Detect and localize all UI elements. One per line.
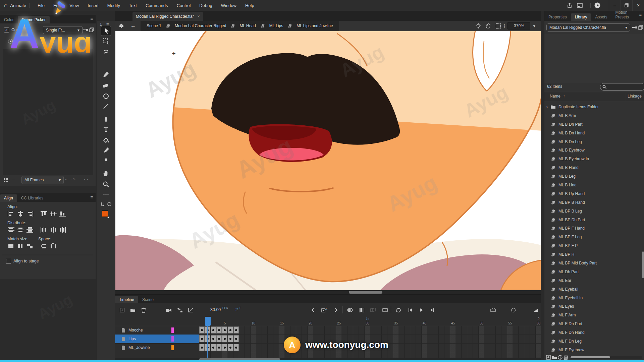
zoom-tool[interactable] [101, 180, 111, 189]
breadcrumb-item[interactable]: Modan Lal Character Rigged [172, 23, 229, 28]
close-tab-icon[interactable]: × [197, 14, 200, 19]
onion-skin-icon[interactable] [345, 303, 355, 317]
tab-align[interactable]: Align [0, 194, 17, 202]
tab-properties[interactable]: Properties [544, 13, 571, 21]
fps-value[interactable]: 30.00 [210, 307, 221, 312]
match-width-height-icon[interactable] [25, 243, 34, 249]
layer-color-chip[interactable] [171, 327, 174, 333]
column-header-linkage[interactable]: Linkage [628, 94, 642, 99]
stepper-up-icon[interactable]: ▲ [503, 23, 506, 26]
playhead-marker[interactable] [205, 317, 211, 326]
library-item[interactable]: ML B Up Hand [544, 189, 644, 198]
step-forward-button[interactable] [427, 303, 437, 317]
double-caret-icon[interactable]: ▲▲ [83, 178, 89, 181]
library-item[interactable]: ›Duplicate Items Folder [544, 103, 644, 111]
keyframe-cell[interactable] [211, 326, 216, 334]
align-left-icon[interactable] [7, 210, 15, 217]
library-item[interactable]: ML F Dn Leg [544, 337, 644, 346]
library-item[interactable]: ML Eyeball In [544, 294, 644, 302]
library-item[interactable]: ML BP F Hand [544, 224, 644, 233]
more-tool[interactable] [101, 190, 111, 199]
sort-ascending-icon[interactable]: ↑ [563, 94, 565, 98]
camera-icon[interactable] [164, 303, 174, 317]
next-keyframe-icon[interactable] [331, 303, 341, 317]
menu-insert[interactable]: Insert [83, 3, 103, 8]
home-icon[interactable]: ⌂ [4, 2, 7, 9]
zoom-level-input[interactable]: 379% [507, 22, 530, 29]
graph-editor-icon[interactable] [185, 303, 196, 317]
new-layer-button[interactable] [117, 303, 127, 317]
timeline-ruler[interactable]: 510152025303540455055601s2 [115, 317, 541, 326]
library-item[interactable]: ML BP B Leg [544, 207, 644, 216]
zoom-stepper[interactable]: ▲ ▼ [503, 23, 506, 28]
play-button[interactable] [416, 303, 426, 317]
grid-view-icon[interactable] [3, 178, 8, 183]
library-item[interactable]: ML B Dn Leg [544, 137, 644, 146]
menu-file[interactable]: File [33, 3, 49, 8]
distribute-bottom-icon[interactable] [25, 227, 34, 233]
menu-help[interactable]: Help [241, 3, 259, 8]
menu-control[interactable]: Control [172, 3, 195, 8]
panel-menu-icon[interactable]: ≡ [639, 12, 642, 17]
new-symbol-button[interactable] [546, 355, 551, 360]
loop-playback-icon[interactable] [393, 303, 404, 317]
layer-frames-row[interactable] [199, 326, 541, 335]
loop-range-icon[interactable] [488, 303, 498, 317]
previous-keyframe-icon[interactable] [308, 303, 318, 317]
align-bottom-icon[interactable] [58, 210, 67, 217]
library-item[interactable]: ML B Eyebrow In [544, 155, 644, 163]
library-item[interactable]: ML BP F P [544, 241, 644, 250]
space-horizontal-icon[interactable] [49, 243, 58, 249]
space-vertical-icon[interactable] [40, 243, 48, 249]
menu-commands[interactable]: Commands [141, 3, 172, 8]
keyframe-cell[interactable] [216, 344, 222, 351]
onion-skin-outlines-icon[interactable] [357, 303, 367, 317]
layer-color-chip[interactable] [171, 345, 174, 350]
library-item[interactable]: ML Eyeball [544, 285, 644, 294]
reset-timeline-zoom-icon[interactable] [508, 303, 518, 317]
create-keyframe-checkbox[interactable]: ✓ [4, 27, 9, 33]
stage-canvas[interactable]: + [115, 31, 541, 290]
keyframe-cell[interactable] [211, 335, 216, 342]
minimize-button[interactable]: – [609, 0, 621, 11]
distribute-left-icon[interactable] [40, 227, 48, 233]
pen-tool[interactable] [101, 114, 111, 124]
layer-color-chip[interactable] [171, 336, 174, 342]
close-window-button[interactable]: × [632, 0, 644, 11]
layer-name[interactable]: Mooche [128, 328, 143, 333]
restore-button[interactable] [621, 0, 632, 11]
step-back-button[interactable] [405, 303, 415, 317]
library-document-dropdown[interactable]: Modan Lal Rigged Character.fla ▾ [546, 23, 630, 32]
circle-marker-icon[interactable]: -○- [71, 177, 76, 181]
list-view-icon[interactable]: ≡ [12, 177, 15, 183]
delete-item-button[interactable] [564, 355, 568, 360]
keyframe-cell[interactable] [216, 326, 222, 334]
align-right-icon[interactable] [25, 210, 34, 217]
snap-icon[interactable] [100, 202, 105, 206]
tab-assets[interactable]: Assets [591, 13, 611, 21]
align-vertical-center-icon[interactable] [49, 210, 58, 217]
panel-menu-icon[interactable]: ≡ [90, 195, 93, 200]
new-folder-button[interactable] [552, 355, 557, 360]
layer-name[interactable]: ML_Jowline [128, 345, 150, 350]
layer-name[interactable]: Lips [128, 337, 136, 341]
keyframe-cell[interactable] [211, 344, 216, 351]
library-item[interactable]: ML B Line [544, 181, 644, 189]
layer-row-lips[interactable]: Lips [115, 335, 199, 344]
library-item[interactable]: ML BP H [544, 250, 644, 259]
app-name[interactable]: Animate [10, 3, 26, 8]
breadcrumb-item[interactable]: ML Lips [267, 23, 286, 28]
library-item[interactable]: ML BP F Leg [544, 233, 644, 241]
new-library-panel-icon[interactable] [638, 25, 643, 30]
keyframe-cell[interactable] [233, 344, 239, 351]
library-item[interactable]: ML Eyes [544, 302, 644, 311]
line-tool[interactable] [101, 102, 111, 111]
library-item[interactable]: ML Dh Part [544, 267, 644, 276]
zoom-dropdown-chevron[interactable]: ▾ [533, 23, 535, 28]
library-item[interactable]: ML F Dh Part [544, 319, 644, 328]
align-to-stage-checkbox[interactable] [6, 259, 11, 264]
object-drawing-icon[interactable] [107, 202, 112, 206]
keyframe-cell[interactable] [199, 335, 205, 342]
library-item[interactable]: ML B Dn Hand [544, 129, 644, 137]
back-button[interactable]: ← [130, 23, 136, 29]
